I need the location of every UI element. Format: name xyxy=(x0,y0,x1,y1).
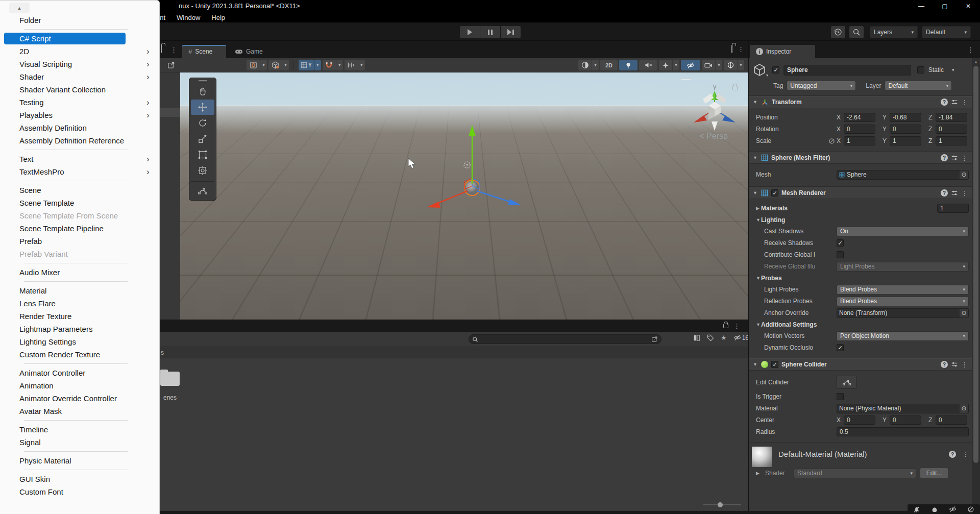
static-checkbox[interactable]: ✓ xyxy=(917,66,924,74)
is-trigger-checkbox[interactable]: ✓ xyxy=(837,393,844,400)
maximize-button[interactable]: ▢ xyxy=(933,0,957,12)
menu-item-timeline[interactable]: Timeline xyxy=(0,423,159,436)
kebab-menu-icon[interactable]: ⋮ xyxy=(733,322,740,330)
kebab-menu-icon[interactable]: ⋮ xyxy=(738,45,744,53)
snap-toggle-dropdown[interactable]: ▾ xyxy=(336,60,343,70)
rotation-z-field[interactable]: 0 xyxy=(936,125,967,134)
close-button[interactable]: ✕ xyxy=(957,0,980,12)
foldout-icon[interactable]: ▼ xyxy=(753,362,758,367)
help-icon[interactable]: ? xyxy=(941,154,948,161)
menu-item-2d[interactable]: 2D› xyxy=(0,45,159,58)
foldout-icon[interactable]: ▼ xyxy=(753,155,758,160)
menu-item-text[interactable]: Text› xyxy=(0,153,159,165)
center-y-field[interactable]: 0 xyxy=(890,415,921,425)
component-enabled-checkbox[interactable]: ✓ xyxy=(771,189,778,197)
menu-item-c-script[interactable]: C# Script xyxy=(0,32,159,45)
rotation-x-field[interactable]: 0 xyxy=(844,125,875,134)
foldout-icon[interactable]: ▼ xyxy=(756,276,761,281)
menu-window[interactable]: Window xyxy=(177,14,200,21)
hidden-objects-button[interactable] xyxy=(681,60,700,70)
grid-visibility-dropdown[interactable]: ▾ xyxy=(314,60,321,70)
foldout-icon[interactable]: ▼ xyxy=(753,100,758,105)
minimize-button[interactable]: — xyxy=(910,0,933,12)
hidden-count-group[interactable]: 16 xyxy=(733,334,749,341)
visibility-off-icon[interactable] xyxy=(949,505,957,513)
menu-item-prefab[interactable]: Prefab xyxy=(0,235,159,248)
layers-dropdown[interactable]: Layers▾ xyxy=(870,26,918,38)
label-filter-icon[interactable] xyxy=(707,334,714,341)
menu-item-audio-mixer[interactable]: Audio Mixer xyxy=(0,266,159,279)
light-probes-dropdown[interactable]: Blend Probes▾ xyxy=(837,285,969,295)
menu-item-animator-controller[interactable]: Animator Controller xyxy=(0,366,159,379)
menu-item-scene-template[interactable]: Scene Template xyxy=(0,197,159,209)
object-picker-icon[interactable]: ⊙ xyxy=(960,404,968,413)
perspective-label[interactable]: < Persp xyxy=(685,132,742,141)
name-field[interactable]: Sphere xyxy=(783,65,911,76)
pivot-mode-dropdown[interactable]: ▾ xyxy=(260,60,267,70)
static-dropdown-icon[interactable]: ▾ xyxy=(952,67,954,72)
mesh-renderer-header[interactable]: ▼ ✓ Mesh Renderer ? ⋮ xyxy=(749,187,972,199)
scale-tool-button[interactable] xyxy=(191,131,214,146)
menu-item-scene-template-pipeline[interactable]: Scene Template Pipeline xyxy=(0,222,159,235)
menu-item-scene-template-from-scene[interactable]: Scene Template From Scene xyxy=(0,209,159,222)
motion-vectors-dropdown[interactable]: Per Object Motion▾ xyxy=(837,331,969,341)
kebab-menu-icon[interactable]: ⋮ xyxy=(962,450,969,458)
layer-dropdown[interactable]: Default▾ xyxy=(885,81,952,90)
tab-inspector[interactable]: i Inspector xyxy=(750,45,815,58)
menu-item-lens-flare[interactable]: Lens Flare xyxy=(0,297,159,310)
position-x-field[interactable]: -2.64 xyxy=(844,113,875,122)
menu-item-shader-variant-collection[interactable]: Shader Variant Collection xyxy=(0,83,159,96)
reflection-probes-dropdown[interactable]: Blend Probes▾ xyxy=(837,297,969,306)
center-x-field[interactable]: 0 xyxy=(844,415,875,425)
menu-item-lightmap-parameters[interactable]: Lightmap Parameters xyxy=(0,323,159,335)
unlock-icon[interactable] xyxy=(732,86,738,90)
menu-item-signal[interactable]: Signal xyxy=(0,436,159,449)
slider-knob[interactable] xyxy=(718,502,723,507)
scale-y-field[interactable]: 1 xyxy=(890,136,921,145)
menu-item-visual-scripting[interactable]: Visual Scripting› xyxy=(0,58,159,70)
edit-collider-button[interactable] xyxy=(837,376,857,389)
menu-item-custom-render-texture[interactable]: Custom Render Texture xyxy=(0,348,159,361)
effects-button[interactable] xyxy=(659,60,672,70)
inspector-scrollbar[interactable]: ▲ ▼ xyxy=(972,58,980,514)
gizmos-button[interactable] xyxy=(724,60,737,70)
camera-settings-button[interactable] xyxy=(702,60,715,70)
tab-game[interactable]: Game xyxy=(229,45,270,58)
effects-dropdown[interactable]: ▾ xyxy=(673,60,679,70)
handle-orientation-button[interactable] xyxy=(268,60,282,70)
kebab-menu-icon[interactable]: ⋮ xyxy=(170,46,177,54)
object-picker-icon[interactable]: ⊙ xyxy=(960,309,968,317)
radius-field[interactable]: 0.5 xyxy=(837,427,969,436)
cast-shadows-dropdown[interactable]: On▾ xyxy=(837,227,969,236)
tag-dropdown[interactable]: Untagged▾ xyxy=(787,81,856,90)
menu-item-gui-skin[interactable]: GUI Skin xyxy=(0,473,159,485)
dynamic-occlusion-checkbox[interactable]: ✓ xyxy=(837,344,844,351)
scale-x-field[interactable]: 1 xyxy=(844,136,875,145)
edit-material-button[interactable]: Edit... xyxy=(920,468,948,478)
search-in-icon[interactable] xyxy=(651,336,658,342)
menu-item-animation[interactable]: Animation xyxy=(0,379,159,392)
help-icon[interactable]: ? xyxy=(941,189,948,197)
project-search-field[interactable] xyxy=(469,334,662,344)
pivot-mode-button[interactable] xyxy=(247,60,260,70)
foldout-icon[interactable]: ▶ xyxy=(756,206,761,211)
presets-icon[interactable] xyxy=(951,154,958,161)
help-icon[interactable]: ? xyxy=(941,361,948,368)
menu-item-render-texture[interactable]: Render Texture xyxy=(0,310,159,323)
lock-icon[interactable] xyxy=(161,45,162,53)
draw-mode-dropdown[interactable]: ▾ xyxy=(592,60,599,70)
scene-viewport[interactable]: y x z < Persp xyxy=(180,72,748,320)
kebab-menu-icon[interactable]: ⋮ xyxy=(961,189,968,197)
debugger-status-icon[interactable] xyxy=(967,506,974,513)
kebab-menu-icon[interactable]: ⋮ xyxy=(961,99,968,106)
presets-icon[interactable] xyxy=(951,361,958,368)
mesh-filter-header[interactable]: ▼ Sphere (Mesh Filter) ? ⋮ xyxy=(749,152,972,164)
foldout-icon[interactable]: ▶ xyxy=(756,471,761,476)
move-tool-button[interactable] xyxy=(191,100,214,115)
notifications-muted-icon[interactable] xyxy=(913,506,920,513)
contribute-gi-checkbox[interactable]: ✓ xyxy=(837,251,844,258)
rotate-tool-button[interactable] xyxy=(191,115,214,131)
menu-scroll-up-button[interactable]: ▲ xyxy=(9,3,30,13)
transform-header[interactable]: ▼ Transform ? ⋮ xyxy=(749,96,972,108)
snap-toggle-button[interactable] xyxy=(323,60,336,70)
